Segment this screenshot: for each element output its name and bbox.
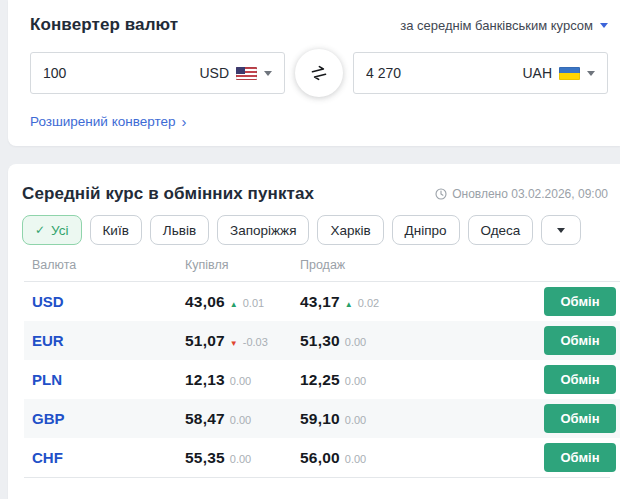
- currency-to-code: UAH: [522, 65, 552, 81]
- sell-rate-change: 0.02: [358, 297, 379, 309]
- chevron-down-icon: [264, 71, 272, 76]
- us-flag-icon: [236, 67, 257, 80]
- buy-rate-cell: 55,350.00: [185, 449, 300, 467]
- advanced-converter-link[interactable]: Розширений конвертер ›: [30, 114, 186, 129]
- city-filter-label: Одеса: [481, 223, 521, 238]
- buy-rate-cell: 51,07▼-0.03: [185, 332, 300, 350]
- city-filter-kharkiv[interactable]: Харків: [317, 215, 383, 245]
- more-cities-dropdown[interactable]: [541, 215, 581, 245]
- exchange-button-eur[interactable]: Обмін: [544, 326, 616, 355]
- trend-down-icon: ▼: [230, 340, 238, 348]
- rate-row-chf: CHF55,350.0056,000.00Обмін: [24, 438, 620, 477]
- sell-rate-change: 0.00: [345, 336, 366, 348]
- rates-table-header: Валюта Купівля Продаж: [24, 256, 620, 282]
- page: Конвертер валют за середнім банківським …: [8, 0, 620, 499]
- currency-cell: CHF: [32, 449, 185, 467]
- buy-rate-change: 0.01: [243, 297, 264, 309]
- buy-rate-cell: 12,130.00: [185, 371, 300, 389]
- chevron-down-icon: [557, 228, 565, 233]
- exchange-button-gbp[interactable]: Обмін: [544, 404, 616, 433]
- sell-rate-cell: 51,300.00: [300, 332, 544, 350]
- updated-timestamp: Оновлено 03.02.2026, 09:00: [435, 187, 608, 201]
- city-filter-label: Дніпро: [405, 223, 447, 238]
- currency-link-eur[interactable]: EUR: [32, 332, 64, 349]
- clock-icon: [435, 188, 447, 200]
- sell-rate-value: 51,30: [300, 332, 340, 350]
- sell-rate-change: 0.00: [345, 375, 366, 387]
- currency-cell: GBP: [32, 410, 185, 428]
- buy-rate-cell: 58,470.00: [185, 410, 300, 428]
- buy-rate-value: 55,35: [185, 449, 225, 467]
- currency-from-select[interactable]: USD: [199, 65, 272, 81]
- rate-row-pln: PLN12,130.0012,250.00Обмін: [24, 360, 620, 399]
- rate-source-label: за середнім банківським курсом: [400, 18, 593, 33]
- buy-rate-value: 51,07: [185, 332, 225, 350]
- currency-from-code: USD: [199, 65, 229, 81]
- amount-to-input[interactable]: [366, 65, 461, 81]
- check-icon: ✓: [35, 223, 45, 237]
- rate-source-dropdown[interactable]: за середнім банківським курсом: [400, 18, 608, 33]
- city-filter-odesa[interactable]: Одеса: [468, 215, 534, 245]
- buy-rate-change: 0.00: [230, 375, 251, 387]
- converter-title: Конвертер валют: [30, 15, 178, 35]
- currency-link-gbp[interactable]: GBP: [32, 410, 65, 427]
- sell-rate-value: 56,00: [300, 449, 340, 467]
- sell-rate-cell: 12,250.00: [300, 371, 544, 389]
- buy-rate-change: 0.00: [230, 414, 251, 426]
- sell-rate-value: 59,10: [300, 410, 340, 428]
- exchange-button-usd[interactable]: Обмін: [544, 287, 616, 316]
- advanced-converter-label: Розширений конвертер: [30, 114, 175, 129]
- swap-currencies-button[interactable]: [295, 49, 343, 97]
- chevron-right-icon: ›: [181, 114, 186, 129]
- currency-to-select[interactable]: UAH: [522, 65, 595, 81]
- sell-rate-cell: 56,000.00: [300, 449, 544, 467]
- sell-rate-value: 43,17: [300, 293, 340, 311]
- buy-rate-change: 0.00: [230, 453, 251, 465]
- column-header-sell: Продаж: [300, 258, 616, 272]
- updated-label: Оновлено 03.02.2026, 09:00: [452, 187, 608, 201]
- buy-rate-value: 12,13: [185, 371, 225, 389]
- sell-rate-cell: 59,100.00: [300, 410, 544, 428]
- sell-rate-value: 12,25: [300, 371, 340, 389]
- swap-icon: [307, 61, 331, 85]
- city-filter-lviv[interactable]: Львів: [150, 215, 209, 245]
- amount-from-input[interactable]: [43, 65, 138, 81]
- city-filter-row: ✓УсіКиївЛьвівЗапоріжжяХарківДніпроОдеса: [22, 215, 608, 245]
- column-header-currency: Валюта: [32, 258, 185, 272]
- rates-table-body: USD43,06▲0.0143,17▲0.02ОбмінEUR51,07▼-0.…: [24, 282, 620, 477]
- currency-cell: PLN: [32, 371, 185, 389]
- city-filter-label: Київ: [103, 223, 129, 238]
- currency-cell: EUR: [32, 332, 185, 350]
- rates-header: Середній курс в обмінних пунктах Оновлен…: [22, 184, 608, 204]
- buy-rate-change: -0.03: [243, 336, 268, 348]
- currency-link-pln[interactable]: PLN: [32, 371, 62, 388]
- currency-link-chf[interactable]: CHF: [32, 449, 63, 466]
- ua-flag-icon: [559, 67, 580, 80]
- exchange-button-pln[interactable]: Обмін: [544, 365, 616, 394]
- sell-rate-change: 0.00: [345, 414, 366, 426]
- buy-rate-cell: 43,06▲0.01: [185, 293, 300, 311]
- city-filter-dnipro[interactable]: Дніпро: [392, 215, 460, 245]
- converter-header: Конвертер валют за середнім банківським …: [30, 15, 608, 35]
- trend-up-icon: ▲: [345, 301, 353, 309]
- buy-rate-value: 58,47: [185, 410, 225, 428]
- rate-row-usd: USD43,06▲0.0143,17▲0.02Обмін: [24, 282, 620, 321]
- rates-table: Валюта Купівля Продаж USD43,06▲0.0143,17…: [24, 256, 620, 478]
- column-header-buy: Купівля: [185, 258, 300, 272]
- converter-card: Конвертер валют за середнім банківським …: [8, 0, 620, 146]
- city-filter-all[interactable]: ✓Усі: [22, 215, 82, 245]
- sell-rate-change: 0.00: [345, 453, 366, 465]
- city-filter-kyiv[interactable]: Київ: [90, 215, 142, 245]
- trend-up-icon: ▲: [230, 301, 238, 309]
- chevron-down-icon: [587, 71, 595, 76]
- converter-row: USD UAH: [30, 49, 608, 97]
- rate-row-eur: EUR51,07▼-0.0351,300.00Обмін: [24, 321, 620, 360]
- buy-rate-value: 43,06: [185, 293, 225, 311]
- rates-title: Середній курс в обмінних пунктах: [22, 184, 314, 204]
- exchange-button-chf[interactable]: Обмін: [544, 443, 616, 472]
- sell-rate-cell: 43,17▲0.02: [300, 293, 544, 311]
- currency-link-usd[interactable]: USD: [32, 293, 64, 310]
- city-filter-label: Львів: [163, 223, 196, 238]
- city-filter-label: Запоріжжя: [230, 223, 296, 238]
- city-filter-zaporizhzhia[interactable]: Запоріжжя: [217, 215, 309, 245]
